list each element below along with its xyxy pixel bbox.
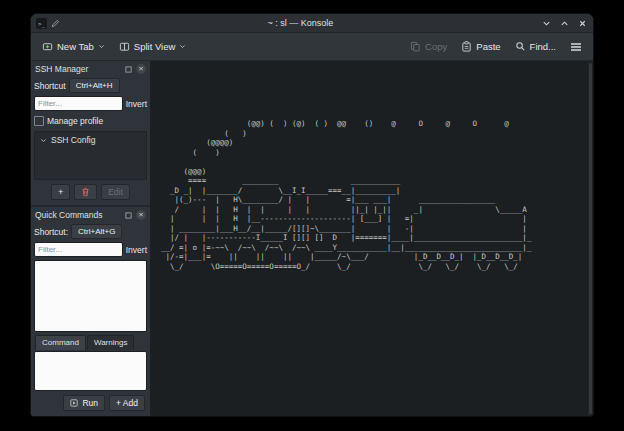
manage-profile-checkbox[interactable]	[34, 116, 44, 126]
split-view-label: Split View	[134, 41, 176, 52]
paste-label: Paste	[476, 41, 500, 52]
qc-filter-input[interactable]	[34, 242, 123, 257]
terminal-scrollbar[interactable]	[588, 61, 593, 416]
ssh-invert-label[interactable]: Invert	[126, 99, 147, 109]
maximize-button[interactable]	[559, 18, 570, 29]
menu-button[interactable]	[566, 39, 586, 55]
pencil-icon	[51, 19, 60, 28]
find-label: Find...	[530, 41, 556, 52]
tree-item-label: SSH Config	[51, 135, 95, 145]
ssh-shortcut-button[interactable]: Ctrl+Alt+H	[69, 78, 120, 93]
run-icon	[70, 399, 78, 407]
tree-item-ssh-config[interactable]: SSH Config	[37, 134, 144, 146]
scrollbar-thumb[interactable]	[589, 63, 592, 414]
quick-commands-list[interactable]	[34, 260, 147, 332]
hamburger-icon	[570, 42, 582, 52]
quick-commands-header[interactable]: Quick Commands ✕	[34, 209, 147, 221]
qc-actions-row: Run + Add	[34, 394, 147, 412]
close-button[interactable]	[577, 18, 588, 29]
ssh-filter-input[interactable]	[34, 96, 123, 111]
toolbar: New Tab Split View Copy	[31, 33, 593, 61]
ssh-filter-row: Invert	[34, 96, 147, 111]
ssh-config-tree[interactable]: SSH Config	[34, 131, 147, 180]
chevron-down-icon	[542, 19, 551, 28]
float-panel-icon[interactable]	[124, 211, 133, 220]
trash-icon	[81, 187, 90, 197]
konsole-window: >_ ~ : sl — Konsole	[30, 13, 594, 417]
copy-icon	[410, 41, 421, 52]
ssh-shortcut-label: Shortcut	[34, 81, 66, 91]
quick-commands-title: Quick Commands	[35, 210, 103, 220]
ssh-manager-title: SSH Manager	[35, 64, 88, 74]
chevron-up-icon	[560, 19, 569, 28]
sidebar: SSH Manager ✕ Shortcut Ctrl+Alt+H Invert	[31, 61, 150, 416]
paste-icon	[461, 41, 472, 52]
ssh-manager-header[interactable]: SSH Manager ✕	[34, 63, 147, 75]
delete-ssh-button[interactable]	[74, 184, 97, 200]
copy-label: Copy	[425, 41, 447, 52]
window-controls	[541, 18, 588, 29]
qc-shortcut-row: Shortcut: Ctrl+Alt+G	[34, 224, 147, 239]
chevron-down-icon	[98, 43, 105, 50]
command-textarea[interactable]	[34, 351, 147, 391]
run-label: Run	[82, 398, 98, 408]
close-panel-button[interactable]: ✕	[136, 64, 146, 74]
tab-warnings[interactable]: Warnings	[87, 335, 135, 350]
expander-chevron-icon[interactable]	[39, 136, 48, 145]
terminal[interactable]: (@@) ( ) (@) ( ) @@ () @ O @ O @ ( ) (@@…	[153, 61, 593, 416]
minimize-button[interactable]	[541, 18, 552, 29]
new-tab-icon	[42, 41, 53, 52]
add-command-button[interactable]: + Add	[109, 395, 145, 411]
close-panel-button[interactable]: ✕	[136, 210, 146, 220]
run-button[interactable]: Run	[63, 395, 105, 411]
qc-invert-label[interactable]: Invert	[126, 245, 147, 255]
qc-filter-row: Invert	[34, 242, 147, 257]
quick-commands-panel: Quick Commands ✕ Shortcut: Ctrl+Alt+G In…	[31, 207, 150, 416]
desktop-background: >_ ~ : sl — Konsole	[0, 0, 624, 431]
ssh-shortcut-row: Shortcut Ctrl+Alt+H	[34, 78, 147, 93]
chevron-down-icon	[179, 43, 186, 50]
konsole-icon: >_	[36, 18, 47, 29]
ssh-manager-panel: SSH Manager ✕ Shortcut Ctrl+Alt+H Invert	[31, 61, 150, 207]
add-ssh-button[interactable]: +	[51, 184, 70, 200]
split-view-button[interactable]: Split View	[115, 38, 191, 55]
ssh-actions-row: + Edit	[34, 183, 147, 201]
qc-shortcut-button[interactable]: Ctrl+Alt+G	[71, 224, 122, 239]
search-icon	[515, 41, 526, 52]
edit-ssh-button[interactable]: Edit	[101, 184, 130, 200]
new-tab-label: New Tab	[57, 41, 94, 52]
copy-button[interactable]: Copy	[406, 38, 451, 55]
manage-profile-label: Manage profile	[47, 116, 103, 126]
paste-button[interactable]: Paste	[457, 38, 504, 55]
new-tab-button[interactable]: New Tab	[38, 38, 109, 55]
float-panel-icon[interactable]	[124, 65, 133, 74]
window-title: ~ : sl — Konsole	[64, 18, 537, 28]
qc-tabs: Command Warnings	[34, 335, 147, 350]
tab-command[interactable]: Command	[35, 335, 86, 350]
split-view-icon	[119, 41, 130, 52]
window-content: SSH Manager ✕ Shortcut Ctrl+Alt+H Invert	[31, 61, 593, 416]
qc-shortcut-label: Shortcut:	[34, 227, 68, 237]
manage-profile-row: Manage profile	[34, 114, 147, 128]
terminal-art: (@@) ( ) (@) ( ) @@ () @ O @ O @ ( ) (@@…	[161, 119, 536, 271]
find-button[interactable]: Find...	[511, 38, 560, 55]
titlebar[interactable]: >_ ~ : sl — Konsole	[31, 14, 593, 33]
close-icon	[578, 19, 587, 28]
